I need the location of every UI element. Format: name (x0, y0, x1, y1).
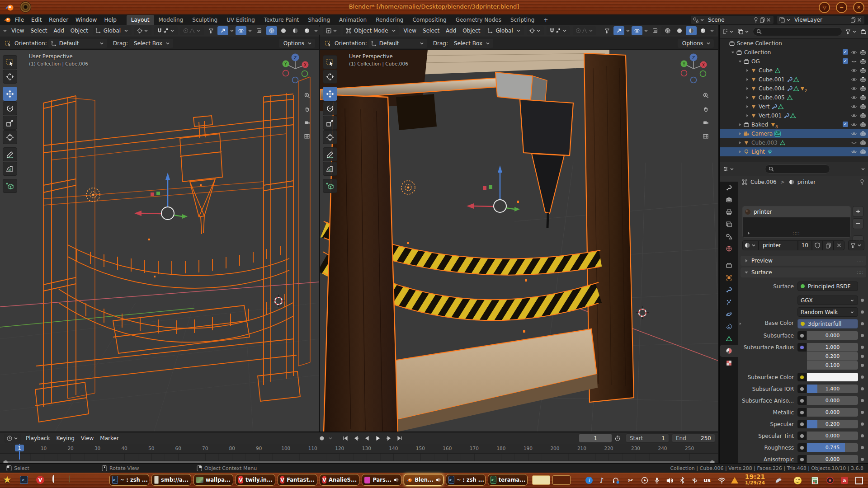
tool-select-box-button[interactable] (3, 55, 17, 69)
workspace-tab-uv-editing[interactable]: UV Editing (222, 15, 259, 25)
properties-tab-scene-icon[interactable] (720, 230, 738, 243)
tray-smiley-icon[interactable] (793, 476, 802, 485)
panel-grip-icon[interactable]: ⸬⸬ (857, 270, 863, 275)
options-button-left[interactable]: Options (279, 39, 315, 48)
tool-annotate-button[interactable] (323, 147, 337, 161)
stopwatch-icon[interactable] (612, 434, 623, 442)
input-socket[interactable] (797, 455, 807, 463)
expand-icon[interactable] (737, 140, 743, 145)
taskbar-window-wallpa--2[interactable]: wallpa... (193, 474, 233, 486)
prev-key-button[interactable] (351, 434, 362, 442)
render-toggle-icon[interactable] (860, 49, 866, 56)
specular-tint-slider[interactable]: 0.000 (807, 432, 858, 440)
material-slot[interactable]: printer (743, 206, 850, 217)
tray-pigeon-icon[interactable] (774, 476, 783, 485)
outliner-row-vert-001[interactable]: Vert.001 (720, 111, 868, 120)
new-viewlayer-icon[interactable] (850, 17, 856, 23)
properties-tab-physics-icon[interactable] (720, 308, 738, 320)
properties-tab-material-icon[interactable] (720, 345, 738, 357)
outliner-row-vert[interactable]: Vert (720, 102, 868, 111)
tray-note-icon[interactable]: ♪ (597, 476, 606, 485)
workspace-tab-scripting[interactable]: Scripting (506, 15, 539, 25)
render-toggle-icon[interactable] (860, 76, 866, 83)
render-toggle-icon[interactable] (860, 67, 866, 74)
next-key-button[interactable] (383, 434, 394, 442)
menu-edit[interactable]: Edit (28, 15, 45, 25)
distribution-dropdown[interactable]: GGX (797, 296, 858, 305)
workspace-tab-texture-paint[interactable]: Texture Paint (259, 15, 303, 25)
copy-material-button[interactable] (823, 240, 834, 250)
snap-widget-left[interactable] (154, 26, 178, 35)
workspace-tab-layout[interactable]: Layout (127, 15, 154, 25)
pan-hand-icon[interactable] (301, 103, 313, 115)
outliner-row-cube-005[interactable]: Cube.005 (720, 93, 868, 102)
eye-toggle-icon[interactable] (851, 122, 857, 128)
meshdata-icon[interactable] (787, 94, 793, 101)
orientation-default-dropdown[interactable]: Default (48, 39, 107, 48)
workspace-tab-rendering[interactable]: Rendering (371, 15, 408, 25)
material-users-count[interactable]: 10 (798, 240, 812, 250)
taskbar-window-analies--5[interactable]: VAnalieS... (320, 474, 359, 486)
outliner-row-baked[interactable]: Baked8✓ (720, 120, 868, 129)
new-scene-icon[interactable] (759, 17, 765, 23)
breadcrumb-object[interactable]: Cube.006 (748, 179, 779, 185)
play-button[interactable] (373, 434, 383, 442)
eye-closed-toggle-icon[interactable] (851, 140, 857, 146)
timeline-menu-keying[interactable]: Keying (53, 435, 78, 441)
expand-icon[interactable] (730, 50, 736, 55)
eye-toggle-icon[interactable] (851, 131, 857, 137)
tool-rotate-button[interactable] (3, 101, 17, 115)
tray-wifi-icon[interactable] (717, 476, 726, 485)
properties-tab-constraints-icon[interactable] (720, 320, 738, 333)
material-name-field[interactable]: printer (759, 240, 798, 250)
taskbar-window-pars--6[interactable]: Pars... (362, 474, 401, 486)
tool-transform-button[interactable] (3, 130, 17, 144)
viewport-menu-object[interactable]: Object (67, 28, 91, 34)
taskbar-window-smb-a--1[interactable]: smb://a... (151, 474, 191, 486)
tool-annotate-button[interactable] (3, 147, 17, 161)
display-mode-icon[interactable] (737, 28, 744, 35)
outliner-row-scene-collection[interactable]: Scene Collection (720, 39, 868, 48)
pin-icon[interactable] (753, 17, 759, 23)
properties-tab-render-icon[interactable] (720, 194, 738, 206)
tool-rotate-button[interactable] (323, 101, 337, 115)
input-socket[interactable] (797, 408, 807, 417)
menu-star-icon[interactable]: ★ (3, 474, 12, 485)
tray-mic-icon[interactable] (652, 476, 661, 485)
workspace-tab-sculpting[interactable]: Sculpting (188, 15, 222, 25)
expand-icon[interactable] (737, 59, 743, 64)
input-socket[interactable] (797, 443, 807, 452)
meshdata-icon[interactable] (778, 103, 784, 110)
shading-popover-icon[interactable] (313, 28, 319, 34)
properties-tab-collection-icon[interactable] (720, 259, 738, 272)
overlays-toggle-icon[interactable] (236, 26, 246, 35)
metallic-slider[interactable]: 0.000 (807, 408, 858, 417)
expand-icon[interactable] (737, 149, 743, 155)
wrench-icon[interactable] (771, 103, 778, 110)
zoom-icon[interactable] (301, 89, 313, 101)
expand-icon[interactable] (737, 122, 743, 127)
camdata-icon[interactable] (774, 131, 781, 137)
viewport-menu-select[interactable]: Select (27, 28, 50, 34)
render-toggle-icon[interactable] (860, 113, 866, 119)
subsurface-method-dropdown[interactable]: Random Walk (797, 307, 858, 317)
menu-help[interactable]: Help (100, 15, 120, 25)
expand-icon[interactable] (744, 113, 750, 118)
base-color-link-field[interactable]: 3dprinterfull (797, 319, 858, 328)
camera-view-icon[interactable] (700, 117, 712, 128)
input-socket[interactable] (797, 343, 807, 352)
remove-viewlayer-icon[interactable] (856, 17, 863, 23)
editor-properties-icon[interactable] (722, 166, 729, 172)
wrench-icon[interactable] (787, 85, 793, 92)
unlink-scene-icon[interactable] (765, 17, 772, 23)
taskbar-window-blen--7[interactable]: Blen... (404, 474, 443, 486)
navigation-gizmo[interactable]: ZYX (278, 52, 312, 87)
tool-move-button[interactable] (3, 87, 17, 101)
viewport-menu-add[interactable]: Add (443, 28, 459, 34)
timeline-editor-type-button[interactable] (4, 434, 21, 443)
jump-start-button[interactable] (340, 434, 351, 442)
surface-shader-field[interactable]: Principled BSDF (797, 282, 858, 291)
xray-toggle-icon[interactable] (254, 26, 264, 35)
outliner-row-cube[interactable]: Cube (720, 66, 868, 75)
subsurface-slider[interactable]: 0.000 (807, 331, 858, 340)
